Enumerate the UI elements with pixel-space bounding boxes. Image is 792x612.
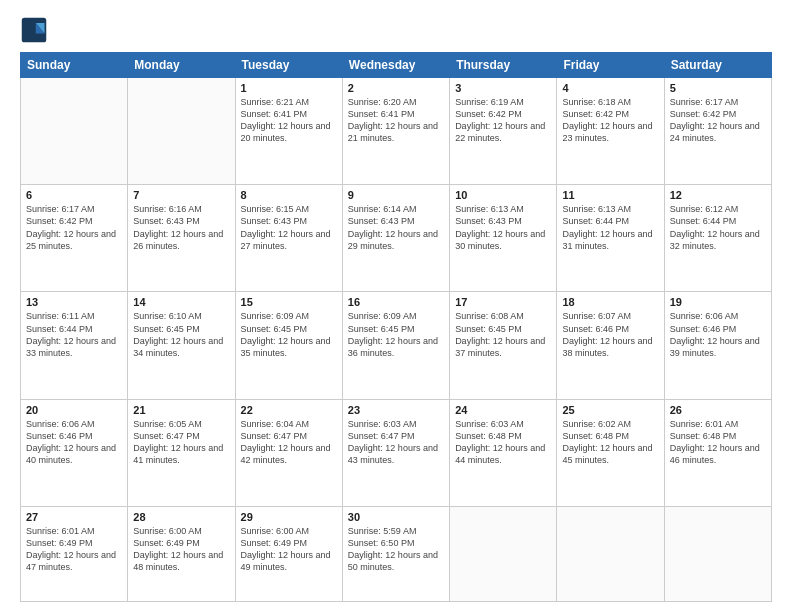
day-info: Sunrise: 6:07 AMSunset: 6:46 PMDaylight:…	[562, 310, 658, 359]
day-number: 21	[133, 404, 229, 416]
day-info: Sunrise: 6:09 AMSunset: 6:45 PMDaylight:…	[348, 310, 444, 359]
day-number: 14	[133, 296, 229, 308]
page: SundayMondayTuesdayWednesdayThursdayFrid…	[0, 0, 792, 612]
day-number: 17	[455, 296, 551, 308]
day-number: 4	[562, 82, 658, 94]
logo	[20, 16, 52, 44]
calendar-cell: 1Sunrise: 6:21 AMSunset: 6:41 PMDaylight…	[235, 78, 342, 185]
calendar-cell: 7Sunrise: 6:16 AMSunset: 6:43 PMDaylight…	[128, 185, 235, 292]
day-info: Sunrise: 6:14 AMSunset: 6:43 PMDaylight:…	[348, 203, 444, 252]
calendar-cell: 15Sunrise: 6:09 AMSunset: 6:45 PMDayligh…	[235, 292, 342, 399]
day-number: 24	[455, 404, 551, 416]
calendar-cell	[664, 506, 771, 601]
calendar-cell: 11Sunrise: 6:13 AMSunset: 6:44 PMDayligh…	[557, 185, 664, 292]
day-info: Sunrise: 6:03 AMSunset: 6:48 PMDaylight:…	[455, 418, 551, 467]
calendar-cell: 9Sunrise: 6:14 AMSunset: 6:43 PMDaylight…	[342, 185, 449, 292]
day-info: Sunrise: 6:01 AMSunset: 6:48 PMDaylight:…	[670, 418, 766, 467]
day-number: 22	[241, 404, 337, 416]
calendar-cell: 5Sunrise: 6:17 AMSunset: 6:42 PMDaylight…	[664, 78, 771, 185]
day-number: 12	[670, 189, 766, 201]
weekday-header: Wednesday	[342, 53, 449, 78]
day-info: Sunrise: 6:00 AMSunset: 6:49 PMDaylight:…	[241, 525, 337, 574]
day-info: Sunrise: 6:09 AMSunset: 6:45 PMDaylight:…	[241, 310, 337, 359]
calendar-cell: 16Sunrise: 6:09 AMSunset: 6:45 PMDayligh…	[342, 292, 449, 399]
day-info: Sunrise: 6:06 AMSunset: 6:46 PMDaylight:…	[670, 310, 766, 359]
day-info: Sunrise: 6:19 AMSunset: 6:42 PMDaylight:…	[455, 96, 551, 145]
day-info: Sunrise: 6:08 AMSunset: 6:45 PMDaylight:…	[455, 310, 551, 359]
weekday-header: Saturday	[664, 53, 771, 78]
calendar-cell	[128, 78, 235, 185]
day-info: Sunrise: 6:13 AMSunset: 6:44 PMDaylight:…	[562, 203, 658, 252]
day-number: 2	[348, 82, 444, 94]
day-number: 16	[348, 296, 444, 308]
day-number: 26	[670, 404, 766, 416]
day-number: 23	[348, 404, 444, 416]
calendar-cell	[21, 78, 128, 185]
logo-icon	[20, 16, 48, 44]
day-number: 10	[455, 189, 551, 201]
day-info: Sunrise: 6:01 AMSunset: 6:49 PMDaylight:…	[26, 525, 122, 574]
calendar-cell: 28Sunrise: 6:00 AMSunset: 6:49 PMDayligh…	[128, 506, 235, 601]
day-number: 7	[133, 189, 229, 201]
day-number: 20	[26, 404, 122, 416]
weekday-header: Friday	[557, 53, 664, 78]
calendar-cell: 3Sunrise: 6:19 AMSunset: 6:42 PMDaylight…	[450, 78, 557, 185]
calendar-cell: 23Sunrise: 6:03 AMSunset: 6:47 PMDayligh…	[342, 399, 449, 506]
calendar-cell: 8Sunrise: 6:15 AMSunset: 6:43 PMDaylight…	[235, 185, 342, 292]
calendar-cell: 12Sunrise: 6:12 AMSunset: 6:44 PMDayligh…	[664, 185, 771, 292]
calendar-cell: 13Sunrise: 6:11 AMSunset: 6:44 PMDayligh…	[21, 292, 128, 399]
day-number: 27	[26, 511, 122, 523]
calendar-cell: 26Sunrise: 6:01 AMSunset: 6:48 PMDayligh…	[664, 399, 771, 506]
day-info: Sunrise: 6:02 AMSunset: 6:48 PMDaylight:…	[562, 418, 658, 467]
day-info: Sunrise: 6:15 AMSunset: 6:43 PMDaylight:…	[241, 203, 337, 252]
day-number: 11	[562, 189, 658, 201]
weekday-header: Sunday	[21, 53, 128, 78]
day-number: 8	[241, 189, 337, 201]
day-info: Sunrise: 5:59 AMSunset: 6:50 PMDaylight:…	[348, 525, 444, 574]
weekday-header: Monday	[128, 53, 235, 78]
day-number: 19	[670, 296, 766, 308]
day-number: 29	[241, 511, 337, 523]
day-number: 1	[241, 82, 337, 94]
calendar-cell: 29Sunrise: 6:00 AMSunset: 6:49 PMDayligh…	[235, 506, 342, 601]
calendar-cell: 18Sunrise: 6:07 AMSunset: 6:46 PMDayligh…	[557, 292, 664, 399]
calendar-cell: 4Sunrise: 6:18 AMSunset: 6:42 PMDaylight…	[557, 78, 664, 185]
day-info: Sunrise: 6:21 AMSunset: 6:41 PMDaylight:…	[241, 96, 337, 145]
calendar-cell: 2Sunrise: 6:20 AMSunset: 6:41 PMDaylight…	[342, 78, 449, 185]
calendar-table: SundayMondayTuesdayWednesdayThursdayFrid…	[20, 52, 772, 602]
day-info: Sunrise: 6:13 AMSunset: 6:43 PMDaylight:…	[455, 203, 551, 252]
day-info: Sunrise: 6:04 AMSunset: 6:47 PMDaylight:…	[241, 418, 337, 467]
weekday-header: Thursday	[450, 53, 557, 78]
day-info: Sunrise: 6:03 AMSunset: 6:47 PMDaylight:…	[348, 418, 444, 467]
calendar-cell	[450, 506, 557, 601]
weekday-header-row: SundayMondayTuesdayWednesdayThursdayFrid…	[21, 53, 772, 78]
calendar-week-row: 27Sunrise: 6:01 AMSunset: 6:49 PMDayligh…	[21, 506, 772, 601]
day-number: 3	[455, 82, 551, 94]
day-info: Sunrise: 6:16 AMSunset: 6:43 PMDaylight:…	[133, 203, 229, 252]
calendar-cell: 17Sunrise: 6:08 AMSunset: 6:45 PMDayligh…	[450, 292, 557, 399]
calendar-cell: 22Sunrise: 6:04 AMSunset: 6:47 PMDayligh…	[235, 399, 342, 506]
day-number: 25	[562, 404, 658, 416]
day-info: Sunrise: 6:05 AMSunset: 6:47 PMDaylight:…	[133, 418, 229, 467]
day-info: Sunrise: 6:17 AMSunset: 6:42 PMDaylight:…	[670, 96, 766, 145]
calendar-cell: 24Sunrise: 6:03 AMSunset: 6:48 PMDayligh…	[450, 399, 557, 506]
day-number: 5	[670, 82, 766, 94]
calendar-cell: 30Sunrise: 5:59 AMSunset: 6:50 PMDayligh…	[342, 506, 449, 601]
day-info: Sunrise: 6:18 AMSunset: 6:42 PMDaylight:…	[562, 96, 658, 145]
header	[20, 16, 772, 44]
calendar-week-row: 6Sunrise: 6:17 AMSunset: 6:42 PMDaylight…	[21, 185, 772, 292]
calendar-cell: 6Sunrise: 6:17 AMSunset: 6:42 PMDaylight…	[21, 185, 128, 292]
calendar-cell: 19Sunrise: 6:06 AMSunset: 6:46 PMDayligh…	[664, 292, 771, 399]
weekday-header: Tuesday	[235, 53, 342, 78]
day-info: Sunrise: 6:00 AMSunset: 6:49 PMDaylight:…	[133, 525, 229, 574]
day-info: Sunrise: 6:17 AMSunset: 6:42 PMDaylight:…	[26, 203, 122, 252]
day-number: 15	[241, 296, 337, 308]
calendar-cell: 25Sunrise: 6:02 AMSunset: 6:48 PMDayligh…	[557, 399, 664, 506]
day-info: Sunrise: 6:12 AMSunset: 6:44 PMDaylight:…	[670, 203, 766, 252]
day-number: 30	[348, 511, 444, 523]
calendar-cell: 14Sunrise: 6:10 AMSunset: 6:45 PMDayligh…	[128, 292, 235, 399]
calendar-cell: 10Sunrise: 6:13 AMSunset: 6:43 PMDayligh…	[450, 185, 557, 292]
calendar-week-row: 1Sunrise: 6:21 AMSunset: 6:41 PMDaylight…	[21, 78, 772, 185]
calendar-cell: 21Sunrise: 6:05 AMSunset: 6:47 PMDayligh…	[128, 399, 235, 506]
day-info: Sunrise: 6:11 AMSunset: 6:44 PMDaylight:…	[26, 310, 122, 359]
